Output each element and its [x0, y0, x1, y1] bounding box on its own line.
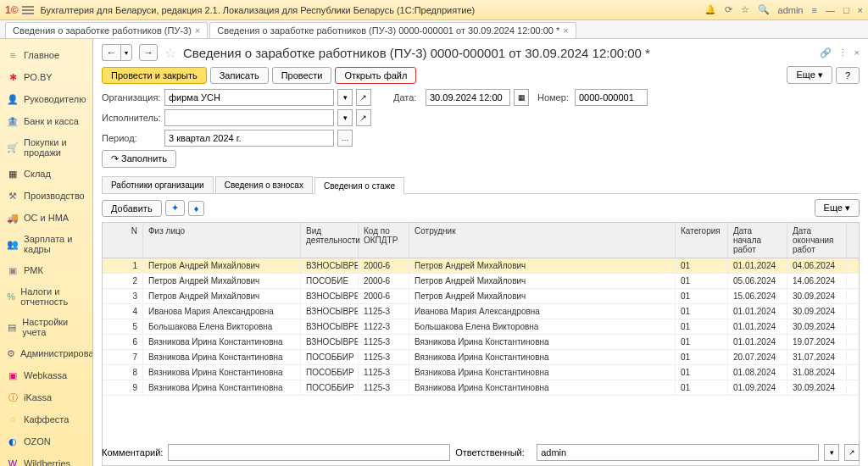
sidebar-icon: ⓘ: [7, 391, 19, 403]
sidebar-item[interactable]: ▣РМК: [0, 259, 92, 281]
close-icon[interactable]: ×: [854, 47, 860, 58]
sidebar-item[interactable]: 🏦Банк и касса: [0, 110, 92, 132]
sidebar-item-label: Производство: [24, 191, 85, 201]
doc-title: Сведения о заработке работников (ПУ-3) 0…: [183, 46, 650, 60]
sidebar-item[interactable]: ▣Webkassa: [0, 364, 92, 386]
table-row[interactable]: 1Петров Андрей МихайловичВЗНОСЫВРЕМ2000-…: [103, 258, 859, 274]
num-input[interactable]: 0000-000001: [575, 89, 648, 106]
post-button[interactable]: Провести: [272, 67, 332, 84]
close-icon[interactable]: ×: [195, 25, 200, 36]
sidebar-item[interactable]: WWildberries: [0, 452, 92, 466]
comment-input[interactable]: [168, 444, 450, 461]
resp-input[interactable]: admin: [537, 444, 819, 461]
table-row[interactable]: 2Петров Андрей МихайловичПОСОБИЕ2000-6Пе…: [103, 274, 859, 289]
col-vid[interactable]: Вид деятельности: [301, 223, 359, 258]
nav-back-dd[interactable]: ▾: [120, 44, 132, 61]
table-row[interactable]: 6Вязникова Ирина КонстантиновнаВЗНОСЫВРЕ…: [103, 335, 859, 350]
table-row[interactable]: 4Иванова Мария АлександровнаВЗНОСЫВРЕМ11…: [103, 304, 859, 319]
executor-dd[interactable]: ▾: [337, 109, 353, 126]
nav-fwd[interactable]: →: [139, 44, 158, 61]
help-button[interactable]: ?: [836, 67, 860, 84]
num-label: Номер:: [537, 92, 571, 103]
period-dd[interactable]: …: [337, 130, 353, 147]
col-okp[interactable]: Код по ОКПДТР: [359, 223, 409, 258]
sidebar-item-label: Главное: [24, 50, 59, 60]
table-row[interactable]: 5Большакова Елена ВикторовнаВЗНОСЫВРЕМ11…: [103, 319, 859, 335]
tab-pu3-doc[interactable]: Сведения о заработке работников (ПУ-3) 0…: [209, 22, 576, 38]
table-row[interactable]: 8Вязникова Ирина КонстантиновнаПОСОББИР1…: [103, 365, 859, 380]
grid-more-button[interactable]: Еще ▾: [815, 199, 860, 217]
favorite-icon[interactable]: ☆: [164, 45, 176, 61]
link-icon[interactable]: 🔗: [820, 47, 832, 58]
sidebar-item[interactable]: 🛒Покупки и продажи: [0, 132, 92, 163]
org-open[interactable]: ↗: [356, 89, 371, 106]
menu-icon[interactable]: ≡: [811, 5, 816, 15]
star-icon[interactable]: ☆: [741, 4, 749, 15]
date-input[interactable]: 30.09.2024 12:00: [426, 89, 510, 106]
resp-open[interactable]: ↗: [844, 444, 860, 461]
table-row[interactable]: 9Вязникова Ирина КонстантиновнаПОСОББИР1…: [103, 380, 859, 396]
table-row[interactable]: 7Вязникова Ирина КонстантиновнаПОСОББИР1…: [103, 350, 859, 365]
nav-back[interactable]: ←: [102, 44, 120, 61]
sidebar-item[interactable]: ≡Главное: [0, 44, 92, 66]
sidebar-item[interactable]: 👥Зарплата и кадры: [0, 229, 92, 259]
more-button[interactable]: Еще ▾: [787, 66, 832, 84]
add-button[interactable]: Добавить: [102, 200, 162, 217]
sidebar-icon: 🏦: [7, 115, 19, 127]
sidebar-item[interactable]: ⚒Производство: [0, 185, 92, 207]
col-sotr[interactable]: Сотрудник: [409, 223, 676, 258]
sidebar-item[interactable]: ◐OZON: [0, 430, 92, 452]
close-icon[interactable]: ×: [858, 5, 863, 15]
sidebar-item[interactable]: ✱PO.BY: [0, 66, 92, 88]
sidebar-icon: ▣: [7, 264, 19, 276]
write-button[interactable]: Записать: [210, 67, 269, 84]
org-dd[interactable]: ▾: [337, 89, 353, 106]
bell-icon[interactable]: 🔔: [704, 4, 716, 15]
sidebar-item-label: Каффеста: [24, 414, 69, 424]
col-d2[interactable]: Дата окончания работ: [787, 223, 847, 258]
sidebar-item[interactable]: 👤Руководителю: [0, 88, 92, 110]
sidebar-icon: ▦: [7, 168, 19, 180]
post-close-button[interactable]: Провести и закрыть: [102, 67, 207, 84]
main: ← ▾ → ☆ Сведения о заработке работников …: [93, 39, 868, 466]
sidebar-item-label: Склад: [24, 169, 51, 179]
fill-button[interactable]: ↷ Заполнить: [102, 150, 176, 168]
inner-tab[interactable]: Работники организации: [102, 176, 214, 193]
executor-open[interactable]: ↗: [356, 109, 371, 126]
maximize-icon[interactable]: □: [843, 5, 849, 15]
sidebar-icon: ≡: [7, 49, 19, 61]
user-label[interactable]: admin: [778, 5, 804, 15]
more-icon[interactable]: ⋮: [838, 47, 848, 58]
burger-icon[interactable]: [22, 6, 34, 14]
sidebar-item[interactable]: %Налоги и отчетность: [0, 281, 92, 312]
sidebar-item[interactable]: ▤Настройки учета: [0, 312, 92, 342]
date-picker[interactable]: ▦: [514, 89, 529, 106]
minimize-icon[interactable]: —: [826, 5, 835, 15]
org-input[interactable]: фирма УСН: [164, 89, 334, 106]
sidebar-item[interactable]: 🚚ОС и НМА: [0, 207, 92, 229]
close-icon[interactable]: ×: [563, 25, 568, 36]
col-kat[interactable]: Категория: [676, 223, 728, 258]
sidebar-item[interactable]: ⓘiKassa: [0, 386, 92, 408]
tab-pu3-list[interactable]: Сведения о заработке работников (ПУ-3)×: [5, 22, 208, 38]
move-down-button[interactable]: ♦: [188, 201, 205, 216]
table-row[interactable]: 3Петров Андрей МихайловичВЗНОСЫВРЕМ2000-…: [103, 289, 859, 304]
col-d1[interactable]: Дата начала работ: [728, 223, 787, 258]
sidebar-item-label: Покупки и продажи: [24, 137, 86, 158]
move-up-button[interactable]: ✦: [165, 200, 185, 216]
open-file-button[interactable]: Открыть файл: [335, 67, 416, 84]
search-icon[interactable]: 🔍: [758, 4, 770, 15]
executor-input[interactable]: [164, 109, 334, 126]
inner-tab[interactable]: Сведения о стаже: [314, 177, 404, 194]
resp-dd[interactable]: ▾: [824, 444, 839, 461]
sidebar-item-label: iKassa: [24, 392, 52, 402]
sidebar-item[interactable]: ○Каффеста: [0, 408, 92, 430]
history-icon[interactable]: ⟳: [725, 4, 732, 15]
inner-tab[interactable]: Сведения о взносах: [215, 176, 313, 193]
sidebar-item[interactable]: ⚙Администрирование: [0, 342, 92, 364]
col-fio[interactable]: Физ лицо: [143, 223, 301, 258]
period-input[interactable]: 3 квартал 2024 г.: [164, 130, 334, 147]
org-label: Организация:: [102, 92, 161, 103]
sidebar-item[interactable]: ▦Склад: [0, 163, 92, 185]
col-n[interactable]: N: [103, 223, 143, 258]
